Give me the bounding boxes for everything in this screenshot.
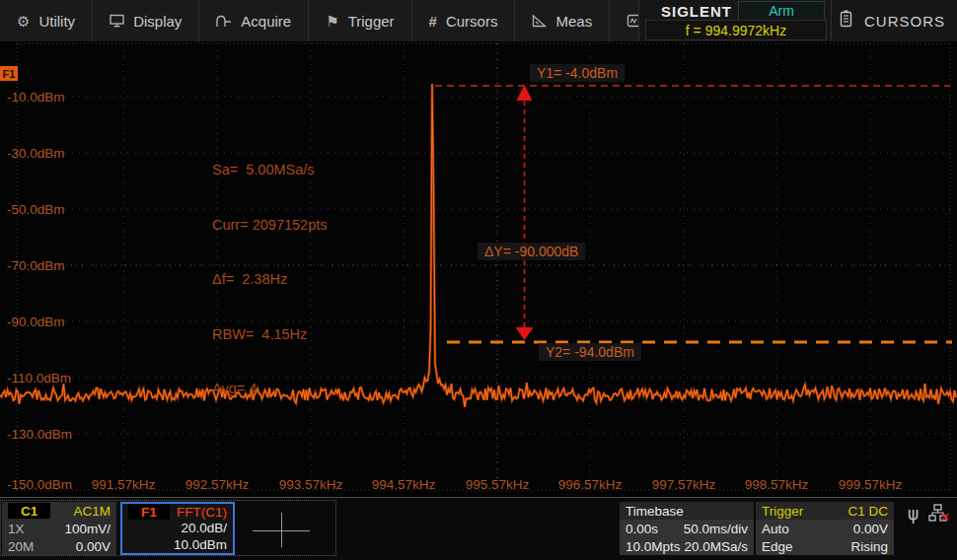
x-axis-label: 999.57kHz [839,477,903,492]
f1-trace-badge[interactable]: F1 [0,66,18,81]
c1-badge: C1 [8,503,50,519]
menu-acquire[interactable]: Acquire [199,0,309,41]
brand-logo: SIGLENT [661,3,746,20]
x-axis-label: 995.57kHz [466,477,530,492]
menu-utility[interactable]: ⚙ Utility [0,0,93,41]
menu-meas-label: Meas [555,13,592,30]
cursor-y2-readout[interactable]: Y2= -94.0dBm [539,343,641,361]
y-axis-label: -130.0dBm [7,427,72,442]
y-axis-label: -50.0dBm [7,202,65,217]
crosshair-vertical-line [281,513,282,547]
y-axis-label: -70.0dBm [7,258,65,273]
c1-bandwidth-limit: 20M [8,539,34,554]
f1-ref-level: 10.0dBm [174,537,227,552]
frequency-counter-text: f = 994.9972kHz [686,23,786,38]
ruler-triangle-icon [532,14,547,28]
bottom-status-bar: C1 AC1M 1X 100mV/ 20M 0.00V F1 FFT(C1) 2… [0,497,957,560]
menu-meas[interactable]: Meas [515,0,610,41]
flag-icon: ⚑ [326,14,338,29]
x-axis-label: 998.57kHz [745,477,809,492]
menu-display-label: Display [133,13,182,30]
fft-plot-area[interactable]: F1 -10.0dBm-30.0dBm-50.0dBm-70.0dBm-90.0… [0,41,957,497]
trigger-source-coupling: C1 DC [847,504,888,519]
trigger-level: 0.00V [853,522,888,536]
f1-db-scale: 20.0dB/ [181,521,227,535]
x-axis-label: 997.57kHz [652,477,716,492]
x-axis-label: 991.57kHz [92,477,156,492]
acquisition-status-badge: Arm [738,1,825,21]
menu-cursors[interactable]: # Cursors [412,0,516,41]
x-axis-label: 992.57kHz [185,477,250,492]
fft-info-sample-rate: Sa= 5.00MSa/s [212,161,327,179]
acquisition-status-text: Arm [769,3,794,19]
hash-icon: # [429,14,437,29]
c1-volt-scale: 100mV/ [64,522,110,536]
timebase-scale: 50.0ms/div [684,522,748,536]
c1-probe-atten: 1X [8,522,25,536]
trigger-position-indicator [241,510,326,551]
menu-display[interactable]: Display [93,0,199,41]
x-axis-label: 994.57kHz [372,477,436,492]
y-axis-label: -110.0dBm [7,371,71,385]
menu-list-icon [840,10,852,32]
system-status-icons: ψ ✕ [908,504,948,524]
f1-operation: FFT(C1) [177,505,227,520]
fft-info-points: Curr= 2097152pts [212,216,327,235]
timebase-title: Timebase [626,504,684,519]
channel-c1-descriptor[interactable]: C1 AC1M 1X 100mV/ 20M 0.00V [2,502,116,555]
fft-info-avg: Avg= 4 [212,380,327,398]
usb-icon: ψ [908,504,919,524]
fft-trace-canvas [0,41,957,497]
waveform-icon [216,15,232,28]
c1-coupling: AC1M [73,504,110,519]
active-dialog-title: CURSORS [864,13,945,30]
cursor-delta-y-readout: ΔY= -90.000dB [478,243,585,260]
timebase-delay: 0.00s [626,522,658,536]
menu-trigger[interactable]: ⚑ Trigger [309,0,411,41]
header-right: SIGLENT Arm f = 994.9972kHz CURSORS [638,0,957,41]
cursor-arrow-up-icon [517,85,533,101]
lan-disconnected-icon: ✕ [928,504,948,524]
timebase-memory-depth: 10.0Mpts [626,539,681,554]
menu-cursors-label: Cursors [446,13,498,30]
top-menu-bar: ⚙ Utility Display Acquire ⚑ Trigger # Cu… [0,0,957,41]
trigger-descriptor[interactable]: Trigger C1 DC Auto 0.00V Edge Rising [756,502,894,555]
monitor-icon [110,14,124,28]
timebase-sample-rate: 20.0MSa/s [684,539,748,554]
trigger-slope: Rising [850,539,888,554]
cursor-arrow-down-icon [516,327,534,340]
trigger-type: Edge [762,539,793,554]
f1-badge: F1 [128,504,170,520]
x-axis-label: 996.57kHz [558,477,623,492]
y-axis-label: -90.0dBm [7,315,65,329]
menu-acquire-label: Acquire [241,13,291,30]
y-axis-label: -10.0dBm [7,90,65,105]
timebase-descriptor[interactable]: Timebase 0.00s 50.0ms/div 10.0Mpts 20.0M… [620,502,754,555]
x-axis-label: 993.57kHz [279,477,343,492]
gear-icon: ⚙ [17,14,30,29]
frequency-counter-readout: f = 994.9972kHz [645,20,827,40]
trigger-title: Trigger [762,504,803,519]
fft-info-rbw: RBW= 4.15Hz [212,325,327,344]
y-axis-label: -30.0dBm [7,146,65,161]
fft-info-block: Sa= 5.00MSa/s Curr= 2097152pts Δf= 2.38H… [212,124,327,435]
cursor-y1-readout[interactable]: Y1= -4.0dBm [530,64,625,82]
c1-offset: 0.00V [76,539,110,554]
trigger-mode: Auto [762,522,789,536]
fft-info-delta-f: Δf= 2.38Hz [212,270,327,289]
y-axis-label: -150.0dBm [7,477,72,492]
math-f1-descriptor[interactable]: F1 FFT(C1) 20.0dB/ 10.0dBm [120,502,235,555]
menu-trigger-label: Trigger [348,13,395,30]
active-dialog-tab[interactable]: CURSORS [831,0,957,41]
menu-utility-label: Utility [38,13,75,30]
lan-disconnected-x: ✕ [939,510,950,525]
